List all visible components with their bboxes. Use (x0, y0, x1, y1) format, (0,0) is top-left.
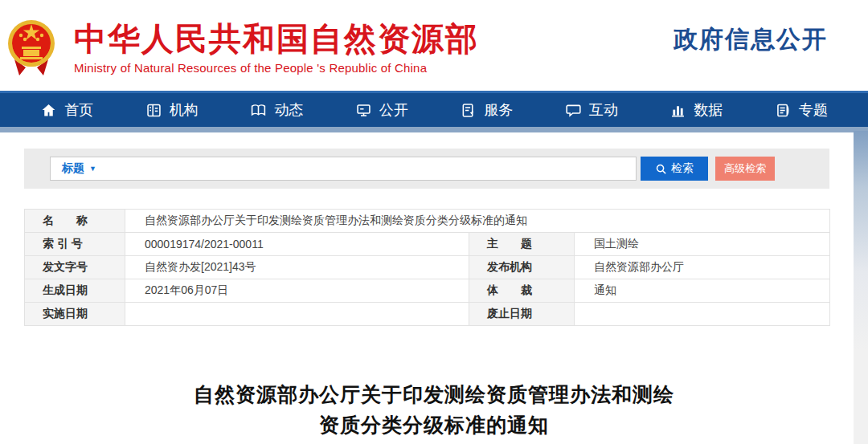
document-title-line2: 资质分类分级标准的通知 (0, 409, 868, 440)
site-title-block: 中华人民共和国自然资源部 Ministry of Natural Resourc… (74, 16, 479, 75)
nav-item-data[interactable]: 数据 (669, 102, 723, 119)
nav-item-label: 互动 (589, 103, 618, 117)
meta-value-effective-date (125, 303, 469, 326)
search-field-selector-label: 标题 (62, 161, 84, 176)
site-header: 中华人民共和国自然资源部 Ministry of Natural Resourc… (0, 0, 868, 91)
meta-label-subject: 主 题 (469, 233, 575, 256)
nav-item-label: 公开 (379, 103, 408, 117)
national-emblem-logo (6, 14, 56, 79)
nav-item-label: 动态 (274, 103, 303, 117)
nav-item-service[interactable]: 服务 (460, 102, 513, 119)
interaction-chat-icon (565, 102, 582, 119)
document-metadata-table: 名 称 自然资源部办公厅关于印发测绘资质管理办法和测绘资质分类分级标准的通知 索… (24, 209, 830, 326)
search-field-selector[interactable]: 标题 ▼ (62, 161, 96, 176)
meta-label-genre: 体 裁 (469, 279, 575, 303)
page-section-title: 政府信息公开 (674, 23, 828, 56)
nav-item-organization[interactable]: 机构 (145, 102, 199, 119)
disclosure-monitor-icon (355, 102, 372, 119)
table-row: 发文字号 自然资办发[2021]43号 发布机构 自然资源部办公厅 (25, 256, 830, 279)
table-row: 名 称 自然资源部办公厅关于印发测绘资质管理办法和测绘资质分类分级标准的通知 (25, 210, 830, 233)
service-document-icon (460, 102, 477, 119)
table-row: 实施日期 废止日期 (25, 303, 830, 326)
home-icon (40, 102, 57, 119)
advanced-search-button[interactable]: 高级检索 (715, 157, 775, 181)
meta-label-name: 名 称 (25, 210, 125, 233)
meta-value-name: 自然资源部办公厅关于印发测绘资质管理办法和测绘资质分类分级标准的通知 (125, 210, 830, 233)
organization-icon (145, 102, 162, 119)
nav-item-label: 数据 (694, 103, 723, 117)
data-chart-icon (669, 102, 686, 119)
main-navigation: 首页 机构 动态 公开 (0, 91, 868, 127)
nav-item-label: 服务 (484, 103, 513, 117)
meta-value-index-no: 000019174/2021-00011 (125, 233, 469, 256)
nav-item-label: 首页 (64, 103, 93, 117)
meta-label-index-no: 索 引 号 (25, 233, 125, 256)
nav-item-label: 专题 (799, 103, 828, 117)
search-bar: 标题 ▼ 检索 高级检索 (24, 149, 829, 189)
nav-item-label: 机构 (170, 103, 199, 117)
nav-item-news[interactable]: 动态 (250, 102, 303, 119)
site-subtitle: Ministry of Natural Resources of the Peo… (74, 61, 479, 75)
page-edge-gradient (854, 131, 868, 444)
news-book-icon (250, 102, 267, 119)
meta-value-subject: 国土测绘 (575, 233, 830, 256)
chevron-down-icon: ▼ (89, 165, 96, 173)
topics-journal-icon (775, 102, 792, 119)
search-input[interactable]: 标题 ▼ (50, 157, 637, 181)
meta-value-issuing-agency: 自然资源部办公厅 (575, 256, 830, 279)
search-button[interactable]: 检索 (641, 157, 708, 181)
meta-label-issuing-agency: 发布机构 (469, 256, 575, 279)
search-icon (655, 163, 667, 175)
table-row: 生成日期 2021年06月07日 体 裁 通知 (25, 279, 830, 303)
meta-value-doc-number: 自然资办发[2021]43号 (125, 256, 469, 279)
nav-item-home[interactable]: 首页 (40, 102, 93, 119)
meta-label-created-date: 生成日期 (25, 279, 125, 303)
meta-value-repeal-date (575, 303, 830, 326)
meta-value-genre: 通知 (575, 279, 830, 303)
nav-item-topics[interactable]: 专题 (775, 102, 828, 119)
nav-item-interaction[interactable]: 互动 (565, 102, 618, 119)
table-row: 索 引 号 000019174/2021-00011 主 题 国土测绘 (25, 233, 830, 256)
document-title-line1: 自然资源部办公厅关于印发测绘资质管理办法和测绘 (0, 379, 868, 409)
document-title: 自然资源部办公厅关于印发测绘资质管理办法和测绘 资质分类分级标准的通知 (0, 379, 868, 440)
meta-label-effective-date: 实施日期 (25, 303, 125, 326)
meta-value-created-date: 2021年06月07日 (125, 279, 469, 303)
nav-item-disclosure[interactable]: 公开 (355, 102, 408, 119)
search-button-label: 检索 (671, 161, 694, 176)
site-title: 中华人民共和国自然资源部 (74, 21, 479, 56)
meta-label-doc-number: 发文字号 (25, 256, 125, 279)
nav-bottom-strip (0, 127, 868, 132)
meta-label-repeal-date: 废止日期 (469, 303, 575, 326)
